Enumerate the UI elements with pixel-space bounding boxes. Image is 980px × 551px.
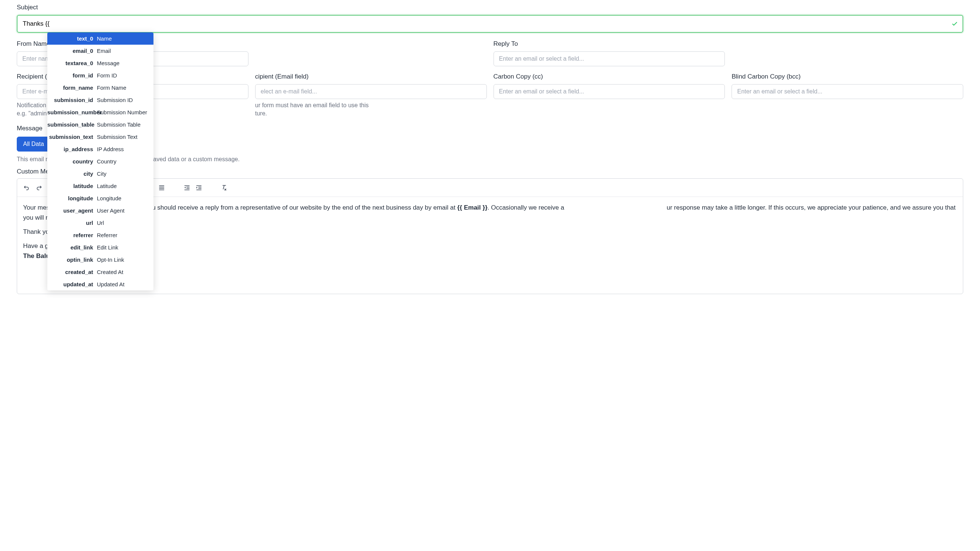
autocomplete-item-url[interactable]: urlUrl	[47, 217, 153, 229]
svg-rect-11	[185, 189, 189, 190]
autocomplete-label: Submission Number	[97, 109, 153, 116]
indent-icon[interactable]	[193, 182, 205, 194]
autocomplete-key: user_agent	[47, 207, 97, 214]
svg-rect-6	[159, 188, 164, 189]
align-justify-icon[interactable]	[156, 182, 168, 194]
clear-format-icon[interactable]	[218, 182, 230, 194]
cc-input[interactable]	[493, 84, 725, 99]
autocomplete-key: created_at	[47, 269, 97, 275]
autocomplete-key: longitude	[47, 195, 97, 202]
autocomplete-key: city	[47, 170, 97, 177]
autocomplete-key: email_0	[47, 48, 97, 54]
autocomplete-item-referrer[interactable]: referrerReferrer	[47, 229, 153, 241]
autocomplete-key: textarea_0	[47, 60, 97, 66]
autocomplete-dropdown: text_0Nameemail_0Emailtextarea_0Messagef…	[47, 32, 153, 291]
autocomplete-item-city[interactable]: cityCity	[47, 168, 153, 180]
svg-rect-9	[187, 187, 189, 187]
autocomplete-item-updated_at[interactable]: updated_atUpdated At	[47, 278, 153, 291]
autocomplete-key: edit_link	[47, 244, 97, 251]
autocomplete-label: Submission Text	[97, 133, 153, 140]
rich-text-editor: Your mesu should receive a reply from a …	[17, 178, 963, 294]
autocomplete-key: form_id	[47, 72, 97, 79]
custom-message-label: Custom Me	[17, 168, 963, 175]
bcc-input[interactable]	[732, 84, 963, 99]
autocomplete-item-optin_link[interactable]: optin_linkOpt-In Link	[47, 254, 153, 266]
autocomplete-item-country[interactable]: countryCountry	[47, 155, 153, 168]
svg-rect-8	[185, 186, 189, 186]
autocomplete-key: url	[47, 220, 97, 226]
autocomplete-item-submission_number[interactable]: submission_numberSubmission Number	[47, 106, 153, 118]
svg-rect-15	[199, 188, 202, 189]
autocomplete-item-email_0[interactable]: email_0Email	[47, 44, 153, 57]
autocomplete-label: Submission ID	[97, 97, 153, 103]
autocomplete-label: Longitude	[97, 195, 153, 202]
svg-rect-7	[159, 189, 164, 190]
subject-input[interactable]	[17, 15, 963, 33]
autocomplete-item-form_name[interactable]: form_nameForm Name	[47, 81, 153, 94]
autocomplete-item-submission_text[interactable]: submission_textSubmission Text	[47, 131, 153, 143]
autocomplete-item-longitude[interactable]: longitudeLongitude	[47, 192, 153, 205]
autocomplete-key: optin_link	[47, 257, 97, 263]
autocomplete-item-submission_table[interactable]: submission_tableSubmission Table	[47, 118, 153, 131]
autocomplete-key: form_name	[47, 84, 97, 91]
autocomplete-item-created_at[interactable]: created_atCreated At	[47, 266, 153, 278]
autocomplete-item-latitude[interactable]: latitudeLatitude	[47, 180, 153, 192]
autocomplete-label: Referrer	[97, 232, 153, 238]
email-field-hint: ur form must have an email field to use …	[255, 101, 487, 118]
autocomplete-label: Opt-In Link	[97, 257, 153, 263]
message-label: Message	[17, 125, 963, 132]
editor-toolbar	[17, 179, 963, 197]
outdent-icon[interactable]	[181, 182, 193, 194]
autocomplete-key: submission_text	[47, 133, 97, 140]
autocomplete-label: Email	[97, 48, 153, 54]
autocomplete-label: IP Address	[97, 146, 153, 152]
autocomplete-item-user_agent[interactable]: user_agentUser Agent	[47, 205, 153, 217]
subject-label: Subject	[17, 4, 963, 11]
message-hint: This email naved data or a custom messag…	[17, 155, 963, 164]
editor-content[interactable]: Your mesu should receive a reply from a …	[17, 197, 963, 294]
autocomplete-label: Name	[97, 35, 153, 42]
autocomplete-label: User Agent	[97, 207, 153, 214]
redo-icon[interactable]	[33, 182, 45, 194]
svg-rect-5	[159, 187, 164, 187]
undo-icon[interactable]	[21, 182, 33, 194]
autocomplete-label: Updated At	[97, 281, 153, 287]
recipient-field-select[interactable]: elect an e-mail field...	[255, 84, 487, 99]
cc-label: Carbon Copy (cc)	[493, 73, 725, 80]
svg-rect-13	[196, 186, 202, 186]
all-data-button[interactable]: All Data	[17, 137, 50, 151]
bcc-label: Blind Carbon Copy (bcc)	[732, 73, 963, 80]
svg-marker-17	[196, 187, 197, 189]
autocomplete-label: Edit Link	[97, 244, 153, 251]
checkmark-icon	[951, 21, 958, 27]
autocomplete-item-textarea_0[interactable]: textarea_0Message	[47, 57, 153, 69]
reply-to-input[interactable]	[493, 51, 725, 66]
autocomplete-item-submission_id[interactable]: submission_idSubmission ID	[47, 94, 153, 106]
autocomplete-key: updated_at	[47, 281, 97, 287]
autocomplete-label: Message	[97, 60, 153, 66]
autocomplete-key: ip_address	[47, 146, 97, 152]
autocomplete-key: submission_id	[47, 97, 97, 103]
svg-rect-16	[196, 189, 202, 190]
svg-rect-14	[199, 187, 202, 187]
autocomplete-key: submission_table	[47, 121, 97, 128]
autocomplete-label: City	[97, 170, 153, 177]
autocomplete-item-edit_link[interactable]: edit_linkEdit Link	[47, 241, 153, 254]
autocomplete-label: Url	[97, 220, 153, 226]
autocomplete-key: latitude	[47, 183, 97, 189]
autocomplete-key: submission_number	[47, 109, 97, 116]
autocomplete-key: text_0	[47, 35, 97, 42]
autocomplete-item-form_id[interactable]: form_idForm ID	[47, 69, 153, 81]
svg-rect-10	[187, 188, 189, 189]
autocomplete-label: Country	[97, 158, 153, 165]
svg-rect-4	[159, 186, 164, 186]
autocomplete-label: Submission Table	[97, 121, 153, 128]
svg-marker-12	[185, 187, 186, 189]
autocomplete-label: Form Name	[97, 84, 153, 91]
autocomplete-item-ip_address[interactable]: ip_addressIP Address	[47, 143, 153, 155]
autocomplete-item-text_0[interactable]: text_0Name	[47, 32, 153, 44]
autocomplete-key: referrer	[47, 232, 97, 238]
autocomplete-label: Created At	[97, 269, 153, 275]
autocomplete-label: Latitude	[97, 183, 153, 189]
reply-to-label: Reply To	[493, 40, 725, 48]
